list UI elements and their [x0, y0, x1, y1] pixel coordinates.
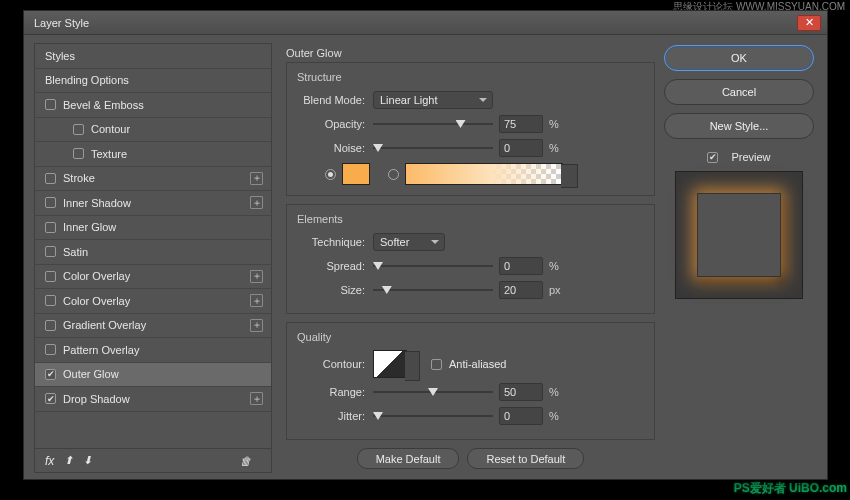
- glow-color-swatch[interactable]: [342, 163, 370, 185]
- contour-label: Contour:: [297, 358, 373, 370]
- preview-thumbnail: [675, 171, 803, 299]
- style-label: Styles: [45, 50, 263, 62]
- anti-aliased-label: Anti-aliased: [449, 358, 506, 370]
- trash-icon[interactable]: 🗑: [240, 455, 251, 467]
- style-checkbox[interactable]: [45, 344, 56, 355]
- make-default-button[interactable]: Make Default: [357, 448, 460, 469]
- style-label: Pattern Overlay: [63, 344, 263, 356]
- add-effect-icon[interactable]: [250, 270, 263, 283]
- reset-default-button[interactable]: Reset to Default: [467, 448, 584, 469]
- style-item-satin[interactable]: Satin: [35, 240, 271, 265]
- noise-slider[interactable]: [373, 140, 493, 156]
- color-radio[interactable]: [325, 169, 336, 180]
- arrow-up-icon[interactable]: ⬆: [64, 454, 73, 467]
- opacity-slider[interactable]: [373, 116, 493, 132]
- technique-value: Softer: [380, 236, 409, 248]
- style-checkbox[interactable]: [45, 246, 56, 257]
- titlebar: Layer Style ✕: [24, 11, 827, 35]
- blend-mode-value: Linear Light: [380, 94, 438, 106]
- opacity-unit: %: [549, 118, 559, 130]
- fx-menu[interactable]: fx: [45, 454, 54, 468]
- range-input[interactable]: [499, 383, 543, 401]
- dialog-title: Layer Style: [34, 17, 89, 29]
- style-label: Stroke: [63, 172, 250, 184]
- styles-list: StylesBlending OptionsBevel & EmbossCont…: [34, 43, 272, 449]
- style-checkbox[interactable]: [45, 320, 56, 331]
- add-effect-icon[interactable]: [250, 196, 263, 209]
- style-item-inner-glow[interactable]: Inner Glow: [35, 216, 271, 241]
- style-label: Inner Shadow: [63, 197, 250, 209]
- spread-slider[interactable]: [373, 258, 493, 274]
- style-item-gradient-overlay[interactable]: Gradient Overlay: [35, 314, 271, 339]
- style-item-styles[interactable]: Styles: [35, 44, 271, 69]
- style-checkbox[interactable]: [45, 222, 56, 233]
- jitter-unit: %: [549, 410, 559, 422]
- preview-checkbox[interactable]: [707, 152, 718, 163]
- structure-legend: Structure: [297, 71, 644, 83]
- noise-input[interactable]: [499, 139, 543, 157]
- style-item-outer-glow[interactable]: Outer Glow: [35, 363, 271, 388]
- quality-legend: Quality: [297, 331, 644, 343]
- style-checkbox[interactable]: [73, 124, 84, 135]
- style-item-inner-shadow[interactable]: Inner Shadow: [35, 191, 271, 216]
- blend-mode-select[interactable]: Linear Light: [373, 91, 493, 109]
- preview-inner-icon: [697, 193, 781, 277]
- gradient-radio[interactable]: [388, 169, 399, 180]
- style-label: Blending Options: [45, 74, 263, 86]
- new-style-button[interactable]: New Style...: [664, 113, 814, 139]
- watermark-bottom: PS爱好者 UiBO.com: [734, 480, 847, 497]
- style-checkbox[interactable]: [45, 271, 56, 282]
- style-item-stroke[interactable]: Stroke: [35, 167, 271, 192]
- add-effect-icon[interactable]: [250, 319, 263, 332]
- blend-mode-label: Blend Mode:: [297, 94, 373, 106]
- arrow-down-icon[interactable]: ⬇: [83, 454, 92, 467]
- style-checkbox[interactable]: [45, 99, 56, 110]
- elements-group: Elements Technique: Softer Spread: % Siz…: [286, 204, 655, 314]
- add-effect-icon[interactable]: [250, 392, 263, 405]
- style-label: Contour: [91, 123, 263, 135]
- style-item-blending-options[interactable]: Blending Options: [35, 69, 271, 94]
- style-label: Color Overlay: [63, 295, 250, 307]
- style-checkbox[interactable]: [45, 173, 56, 184]
- ok-button[interactable]: OK: [664, 45, 814, 71]
- range-unit: %: [549, 386, 559, 398]
- style-checkbox[interactable]: [45, 197, 56, 208]
- add-effect-icon[interactable]: [250, 172, 263, 185]
- size-input[interactable]: [499, 281, 543, 299]
- technique-select[interactable]: Softer: [373, 233, 445, 251]
- style-item-color-overlay[interactable]: Color Overlay: [35, 265, 271, 290]
- style-label: Outer Glow: [63, 368, 263, 380]
- spread-label: Spread:: [297, 260, 373, 272]
- style-item-pattern-overlay[interactable]: Pattern Overlay: [35, 338, 271, 363]
- add-effect-icon[interactable]: [250, 294, 263, 307]
- contour-picker[interactable]: [373, 350, 407, 378]
- style-item-color-overlay[interactable]: Color Overlay: [35, 289, 271, 314]
- style-checkbox[interactable]: [45, 393, 56, 404]
- anti-aliased-checkbox[interactable]: [431, 359, 442, 370]
- opacity-input[interactable]: [499, 115, 543, 133]
- panel-title: Outer Glow: [286, 47, 655, 59]
- spread-input[interactable]: [499, 257, 543, 275]
- style-label: Gradient Overlay: [63, 319, 250, 331]
- style-item-texture[interactable]: Texture: [35, 142, 271, 167]
- style-label: Inner Glow: [63, 221, 263, 233]
- cancel-button[interactable]: Cancel: [664, 79, 814, 105]
- size-slider[interactable]: [373, 282, 493, 298]
- structure-group: Structure Blend Mode: Linear Light Opaci…: [286, 62, 655, 196]
- style-checkbox[interactable]: [45, 369, 56, 380]
- noise-label: Noise:: [297, 142, 373, 154]
- style-checkbox[interactable]: [73, 148, 84, 159]
- jitter-slider[interactable]: [373, 408, 493, 424]
- style-item-contour[interactable]: Contour: [35, 118, 271, 143]
- styles-footer: fx ⬆ ⬇ 🗑: [34, 449, 272, 473]
- range-label: Range:: [297, 386, 373, 398]
- glow-gradient-swatch[interactable]: [405, 163, 563, 185]
- spread-unit: %: [549, 260, 559, 272]
- style-item-bevel-emboss[interactable]: Bevel & Emboss: [35, 93, 271, 118]
- style-checkbox[interactable]: [45, 295, 56, 306]
- jitter-input[interactable]: [499, 407, 543, 425]
- close-button[interactable]: ✕: [797, 15, 821, 31]
- range-slider[interactable]: [373, 384, 493, 400]
- opacity-label: Opacity:: [297, 118, 373, 130]
- style-item-drop-shadow[interactable]: Drop Shadow: [35, 387, 271, 412]
